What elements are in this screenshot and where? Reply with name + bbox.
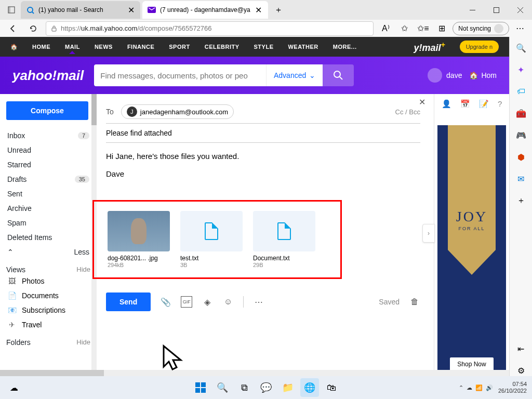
nav-weather[interactable]: WEATHER bbox=[288, 44, 318, 50]
view-photos[interactable]: 🖼Photos bbox=[6, 274, 90, 288]
folders-header: Folders bbox=[6, 338, 31, 347]
close-window-button[interactable] bbox=[508, 2, 532, 18]
star-icon[interactable]: ✩ bbox=[396, 21, 412, 36]
attachment-card[interactable]: dog-608201... .jpg294kB bbox=[108, 211, 170, 268]
search-input[interactable] bbox=[94, 64, 266, 86]
back-button[interactable] bbox=[4, 21, 21, 36]
attach-icon[interactable]: 📎 bbox=[160, 296, 171, 308]
collections-icon[interactable]: ⊞ bbox=[434, 21, 449, 36]
home-link[interactable]: 🏠 Hom bbox=[469, 71, 497, 79]
browser-chrome: (1) yahoo mail - Search ✕ (7 unread) - d… bbox=[0, 0, 532, 37]
minimize-button[interactable] bbox=[460, 2, 484, 18]
less-toggle[interactable]: ⌃ Less bbox=[6, 245, 90, 259]
nav-style[interactable]: STYLE bbox=[254, 44, 274, 50]
nav-more[interactable]: MORE... bbox=[333, 44, 357, 50]
clock[interactable]: 07:54 26/10/2022 bbox=[498, 381, 527, 394]
send-button[interactable]: Send bbox=[106, 292, 151, 311]
folder-unread[interactable]: Unread bbox=[6, 143, 90, 157]
shopping-icon[interactable]: 🏷 bbox=[515, 86, 527, 97]
folder-inbox[interactable]: Inbox7 bbox=[6, 128, 90, 143]
home-icon[interactable]: 🏠 bbox=[10, 44, 18, 50]
chat-icon[interactable]: 💬 bbox=[257, 378, 275, 397]
emoji-icon[interactable]: ☺ bbox=[222, 296, 234, 308]
nav-celebrity[interactable]: CELEBRITY bbox=[205, 44, 240, 50]
taskbar-search-icon[interactable]: 🔍 bbox=[213, 378, 232, 397]
store-icon[interactable]: 🛍 bbox=[322, 378, 341, 397]
close-compose-button[interactable]: ✕ bbox=[419, 97, 425, 107]
office-icon[interactable]: ⬢ bbox=[515, 151, 527, 163]
horizontal-scrollbar[interactable] bbox=[0, 370, 509, 376]
tools-icon[interactable]: 🧰 bbox=[515, 108, 527, 119]
nav-finance[interactable]: FINANCE bbox=[127, 44, 154, 50]
read-aloud-icon[interactable]: A⁾ bbox=[378, 21, 393, 36]
ad-cta-button[interactable]: Shop Now bbox=[450, 357, 493, 371]
folder-drafts[interactable]: Drafts35 bbox=[6, 172, 90, 187]
nav-sport[interactable]: SPORT bbox=[169, 44, 190, 50]
folder-starred[interactable]: Starred bbox=[6, 157, 90, 172]
start-button[interactable] bbox=[191, 378, 210, 397]
discover-icon[interactable]: ✦ bbox=[515, 64, 527, 75]
task-view-icon[interactable]: ⧉ bbox=[235, 378, 254, 397]
advanced-search[interactable]: Advanced ⌄ bbox=[266, 64, 323, 86]
hide-views[interactable]: Hide bbox=[76, 265, 90, 274]
nav-mail[interactable]: MAIL bbox=[65, 44, 80, 50]
edge-icon[interactable]: 🌐 bbox=[300, 378, 319, 397]
hide-folders[interactable]: Hide bbox=[76, 338, 90, 347]
view-documents[interactable]: 📄Documents bbox=[6, 288, 90, 303]
attachment-card[interactable]: test.txt3B bbox=[180, 211, 243, 268]
games-icon[interactable]: 🎮 bbox=[515, 129, 527, 141]
compose-button[interactable]: Compose bbox=[6, 101, 88, 120]
notepad-icon[interactable]: 📝 bbox=[479, 99, 489, 109]
tab-yahoo-mail[interactable]: (7 unread) - dagenhamdave@ya ✕ bbox=[142, 1, 268, 19]
file-explorer-icon[interactable]: 📁 bbox=[278, 378, 297, 397]
chevron-up-icon[interactable]: ⌃ bbox=[459, 384, 463, 391]
favorites-icon[interactable]: ✩≡ bbox=[415, 21, 431, 36]
onedrive-icon[interactable]: ☁ bbox=[467, 384, 472, 391]
outlook-icon[interactable]: ✉ bbox=[515, 173, 527, 184]
gif-icon[interactable]: GIF bbox=[181, 296, 192, 308]
folder-archive[interactable]: Archive bbox=[6, 201, 90, 216]
tab-actions-icon[interactable] bbox=[4, 3, 19, 17]
refresh-button[interactable] bbox=[25, 21, 42, 36]
volume-icon[interactable]: 🔊 bbox=[486, 384, 493, 391]
folder-deleted-items[interactable]: Deleted Items bbox=[6, 230, 90, 245]
recipient-chip[interactable]: J janedagenham@outlook.com bbox=[121, 104, 234, 119]
search-button[interactable] bbox=[323, 64, 354, 86]
system-tray[interactable]: ⌃ ☁ 📶 🔊 bbox=[459, 384, 493, 391]
more-tools-icon[interactable]: ⋯ bbox=[253, 296, 264, 308]
ad-banner[interactable]: JOY FOR ALL Shop Now bbox=[437, 125, 506, 373]
add-sidebar-icon[interactable]: ＋ bbox=[515, 195, 527, 206]
ad-pane: 👤 📅 📝 ? JOY FOR ALL Shop Now bbox=[434, 94, 509, 376]
new-tab-button[interactable]: ＋ bbox=[271, 3, 286, 17]
more-icon[interactable]: ⋯ bbox=[512, 21, 528, 36]
help-icon[interactable]: ? bbox=[498, 99, 502, 109]
contacts-icon[interactable]: 👤 bbox=[442, 99, 451, 109]
calendar-icon[interactable]: 📅 bbox=[460, 99, 470, 109]
cc-bcc-toggle[interactable]: Cc / Bcc bbox=[395, 108, 420, 116]
wifi-icon[interactable]: 📶 bbox=[475, 384, 483, 391]
subject-field[interactable]: Please find attached bbox=[106, 124, 420, 143]
maximize-button[interactable] bbox=[484, 2, 508, 18]
address-input[interactable]: https://uk.mail.yahoo.com/d/compose/7565… bbox=[46, 21, 374, 36]
folder-spam[interactable]: Spam bbox=[6, 216, 90, 230]
search-sidebar-icon[interactable]: 🔍 bbox=[515, 42, 527, 54]
folder-sent[interactable]: Sent bbox=[6, 187, 90, 201]
attachment-card[interactable]: Document.txt29B bbox=[253, 211, 315, 268]
close-icon[interactable]: ✕ bbox=[127, 6, 135, 14]
close-icon[interactable]: ✕ bbox=[255, 6, 263, 14]
view-travel[interactable]: ✈Travel bbox=[6, 317, 90, 332]
message-body[interactable]: Hi Jane, here's those files you wanted. … bbox=[106, 143, 420, 200]
view-subscriptions[interactable]: 📧Subscriptions bbox=[6, 303, 90, 317]
user-menu[interactable]: dave bbox=[428, 68, 462, 83]
weather-widget[interactable]: ☁ bbox=[5, 379, 23, 396]
collapse-ad-button[interactable]: › bbox=[422, 224, 435, 243]
nav-home[interactable]: HOME bbox=[32, 44, 50, 50]
settings-sidebar-icon[interactable]: ⚙ bbox=[515, 365, 527, 376]
expand-sidebar-icon[interactable]: ⇤ bbox=[515, 343, 527, 354]
stationery-icon[interactable]: ◈ bbox=[202, 296, 213, 308]
delete-draft-icon[interactable]: 🗑 bbox=[409, 296, 420, 308]
upgrade-button[interactable]: Upgrade n bbox=[460, 41, 499, 53]
nav-news[interactable]: NEWS bbox=[95, 44, 113, 50]
tab-yahoo-search[interactable]: (1) yahoo mail - Search ✕ bbox=[21, 1, 140, 19]
profile-sync-button[interactable]: Not syncing bbox=[453, 22, 509, 35]
